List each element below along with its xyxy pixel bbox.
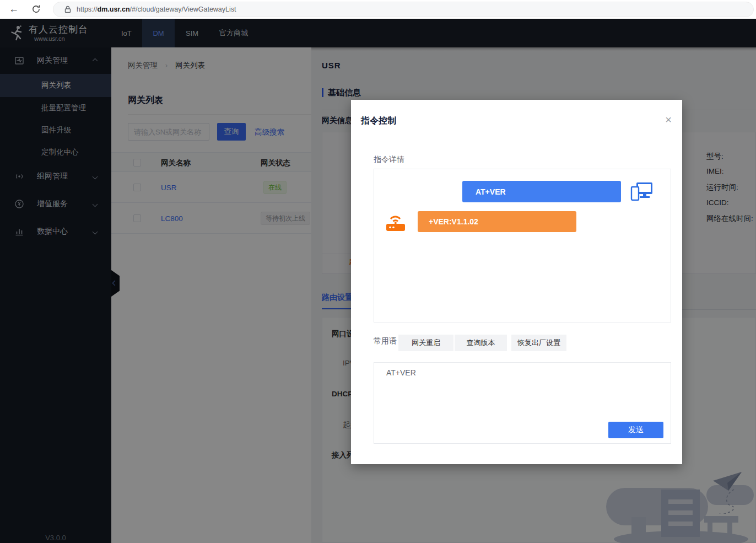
quick-phrases-label: 常用语 xyxy=(374,336,397,346)
quick-button-restart[interactable]: 网关重启 xyxy=(398,335,453,351)
command-detail-label: 指令详情 xyxy=(374,155,404,165)
command-textarea[interactable]: AT+VER xyxy=(374,363,671,421)
client-devices-icon xyxy=(630,181,654,202)
browser-back-button[interactable]: ← xyxy=(7,2,21,16)
browser-toolbar: ← https://dm.usr.cn/#/cloud/gateway/View… xyxy=(0,0,756,19)
quick-button-query-version[interactable]: 查询版本 xyxy=(455,335,507,351)
command-history-panel: AT+VER +VER:V1.1.02 xyxy=(374,169,671,322)
modal-title: 指令控制 xyxy=(361,115,396,127)
refresh-icon xyxy=(31,4,41,14)
command-input-box: AT+VER 发送 xyxy=(374,362,671,444)
close-icon[interactable]: × xyxy=(662,113,675,126)
lock-icon xyxy=(63,5,72,14)
sent-command-bubble: AT+VER xyxy=(462,181,621,202)
address-bar[interactable]: https://dm.usr.cn/#/cloud/gateway/ViewGa… xyxy=(53,2,754,17)
url-text: https://dm.usr.cn/#/cloud/gateway/ViewGa… xyxy=(77,6,236,13)
command-control-modal: 指令控制 × 指令详情 AT+VER +VER:V1.1.02 常用语 网关重启… xyxy=(351,100,682,464)
response-bubble: +VER:V1.1.02 xyxy=(418,211,576,232)
browser-refresh-button[interactable] xyxy=(29,2,43,16)
send-button[interactable]: 发送 xyxy=(608,422,663,438)
gateway-router-icon xyxy=(385,211,407,232)
quick-button-factory-reset[interactable]: 恢复出厂设置 xyxy=(511,335,566,351)
